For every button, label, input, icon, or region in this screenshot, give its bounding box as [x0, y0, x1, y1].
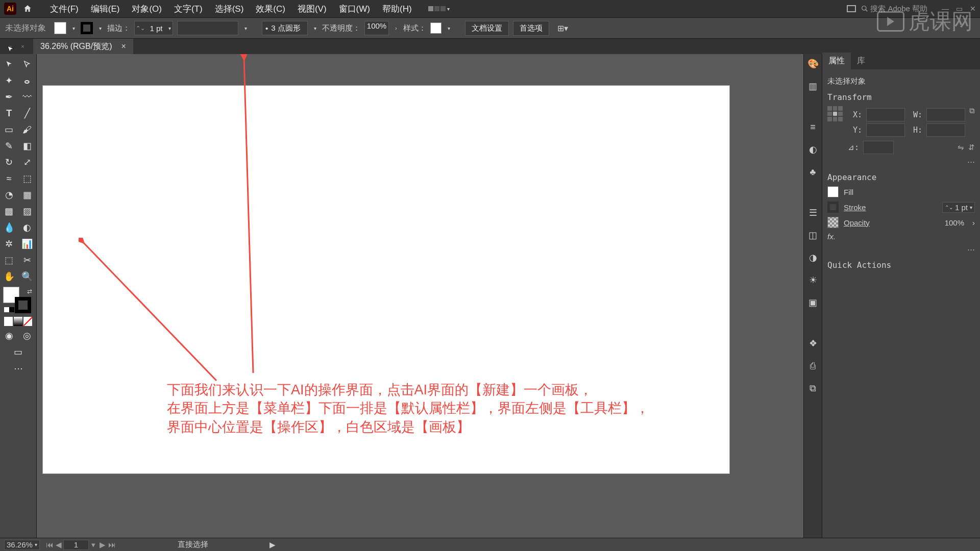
y-input[interactable]: [866, 123, 905, 137]
gradient-panel-icon[interactable]: ◐: [806, 143, 820, 156]
chevron-right-icon[interactable]: ›: [393, 25, 399, 31]
preferences-button[interactable]: 首选项: [513, 21, 549, 36]
zoom-tool[interactable]: 🔍: [18, 268, 37, 285]
screen-mode-button[interactable]: ▭: [0, 344, 36, 360]
symbols-panel-icon[interactable]: ♣: [806, 165, 820, 179]
chevron-down-icon[interactable]: ▾: [446, 6, 452, 12]
menu-type[interactable]: 文字(T): [168, 3, 209, 15]
stroke-swatch[interactable]: [81, 22, 93, 34]
screen-mode-icon[interactable]: ◉: [0, 328, 18, 344]
paintbrush-tool[interactable]: 🖌: [18, 121, 37, 138]
menu-edit[interactable]: 编辑(E): [85, 3, 126, 15]
edit-toolbar-icon[interactable]: ⋯: [0, 360, 36, 377]
rectangle-tool[interactable]: ▭: [0, 121, 18, 138]
artboards-panel-icon[interactable]: ⧉: [806, 382, 820, 395]
menu-object[interactable]: 对象(O): [126, 3, 168, 15]
chevron-down-icon[interactable]: ▾: [97, 25, 103, 31]
stroke-swatch[interactable]: [827, 202, 839, 213]
tab-properties[interactable]: 属性: [822, 53, 851, 69]
workspace-switcher[interactable]: [428, 6, 446, 11]
flip-v-icon[interactable]: ⇵: [968, 143, 975, 152]
eraser-tool[interactable]: ◧: [18, 138, 37, 154]
brush-preset[interactable]: • 3 点圆形: [262, 21, 308, 35]
minimize-icon[interactable]: —: [942, 5, 949, 13]
selection-tool[interactable]: [0, 56, 18, 72]
shape-builder-tool[interactable]: ◔: [0, 187, 18, 203]
gradient-tool[interactable]: ▨: [18, 203, 37, 219]
chevron-down-icon[interactable]: ▾: [70, 25, 77, 31]
document-setup-button[interactable]: 文档设置: [465, 21, 509, 36]
menu-window[interactable]: 窗口(W): [333, 3, 376, 15]
artboard-dropdown-icon[interactable]: ▾: [89, 540, 98, 549]
curvature-tool[interactable]: 〰: [18, 89, 37, 105]
align-icon[interactable]: ⊞▾: [557, 23, 568, 33]
color-panel-icon[interactable]: 🎨: [806, 57, 820, 70]
free-transform-tool[interactable]: ⬚: [18, 170, 37, 187]
chevron-down-icon[interactable]: ▾: [446, 25, 452, 31]
home-icon[interactable]: [21, 3, 34, 15]
direct-selection-tool[interactable]: [18, 56, 37, 72]
hand-tool[interactable]: ✋: [0, 268, 18, 285]
more-options-icon[interactable]: ⋯: [827, 157, 975, 166]
flip-h-icon[interactable]: ⇋: [958, 143, 964, 152]
last-artboard-icon[interactable]: ⏭: [107, 540, 116, 549]
scale-tool[interactable]: ⤢: [18, 154, 37, 170]
lasso-tool[interactable]: ⴰ: [18, 72, 37, 89]
close-icon[interactable]: ✕: [970, 5, 976, 13]
shaper-tool[interactable]: ✎: [0, 138, 18, 154]
tab-close-icon[interactable]: ×: [121, 42, 126, 51]
layers-panel-icon[interactable]: ❖: [806, 337, 820, 350]
mesh-tool[interactable]: ▩: [0, 203, 18, 219]
more-options-icon[interactable]: ⋯: [827, 245, 975, 254]
menu-help[interactable]: 帮助(H): [376, 3, 418, 15]
w-input[interactable]: [926, 108, 965, 121]
type-tool[interactable]: T: [0, 105, 18, 121]
link-icon[interactable]: ⧉: [969, 106, 975, 115]
menu-effect[interactable]: 效果(C): [250, 3, 291, 15]
artboard-tool[interactable]: ⬚: [0, 252, 18, 268]
chevron-down-icon[interactable]: ▾: [312, 25, 318, 31]
next-artboard-icon[interactable]: ▶: [98, 540, 107, 549]
line-tool[interactable]: ╱: [18, 105, 37, 121]
opacity-value[interactable]: 100%: [945, 218, 964, 227]
prev-artboard-icon[interactable]: ◀: [54, 540, 63, 549]
graph-tool[interactable]: 📊: [18, 236, 37, 252]
fx-button[interactable]: fx.: [827, 232, 836, 241]
search-box[interactable]: 搜索 Adobe 帮助: [861, 4, 927, 14]
magic-wand-tool[interactable]: ✦: [0, 72, 18, 89]
swatches-panel-icon[interactable]: ▥: [806, 80, 820, 93]
artboard-number[interactable]: 1: [63, 540, 89, 550]
chevron-down-icon[interactable]: ▾: [242, 25, 249, 31]
align-panel-icon[interactable]: ☰: [806, 206, 820, 219]
perspective-tool[interactable]: ▦: [18, 187, 37, 203]
slice-tool[interactable]: ✂: [18, 252, 37, 268]
blend-tool[interactable]: ◐: [18, 219, 37, 236]
reference-point[interactable]: [827, 106, 843, 121]
transparency-panel-icon[interactable]: ◑: [806, 251, 820, 264]
doc-tab-active[interactable]: 36.26% (RGB/预览) ×: [33, 39, 133, 54]
canvas-area[interactable]: 下面我们来认识一下AI的操作界面，点击AI界面的【新建】一个画板， 在界面上方是…: [37, 54, 803, 538]
stroke-weight[interactable]: 1 pt: [953, 203, 970, 212]
zoom-select[interactable]: 36.26%▾: [4, 540, 40, 550]
fill-swatch[interactable]: [827, 186, 839, 197]
pen-tool[interactable]: ✒: [0, 89, 18, 105]
first-artboard-icon[interactable]: ⏮: [45, 540, 54, 549]
maximize-icon[interactable]: ▭: [956, 5, 963, 13]
angle-input[interactable]: [863, 141, 894, 154]
appearance-panel-icon[interactable]: ☀: [806, 273, 820, 287]
menu-file[interactable]: 文件(F): [44, 3, 85, 15]
status-play-icon[interactable]: ▶: [270, 540, 276, 549]
style-swatch[interactable]: [430, 22, 442, 34]
draw-mode[interactable]: [0, 315, 36, 328]
fill-swatch[interactable]: [54, 22, 66, 34]
screen-mode-icon[interactable]: ◎: [18, 328, 37, 344]
h-input[interactable]: [926, 123, 965, 137]
asset-export-panel-icon[interactable]: ⎙: [806, 359, 820, 372]
tab-collapse[interactable]: «×: [0, 39, 33, 54]
fill-stroke-control[interactable]: ⇄: [3, 287, 33, 313]
eyedropper-tool[interactable]: 💧: [0, 219, 18, 236]
x-input[interactable]: [866, 108, 905, 121]
menu-view[interactable]: 视图(V): [291, 3, 333, 15]
opacity-swatch[interactable]: [827, 217, 839, 228]
graphic-styles-panel-icon[interactable]: ▣: [806, 296, 820, 309]
